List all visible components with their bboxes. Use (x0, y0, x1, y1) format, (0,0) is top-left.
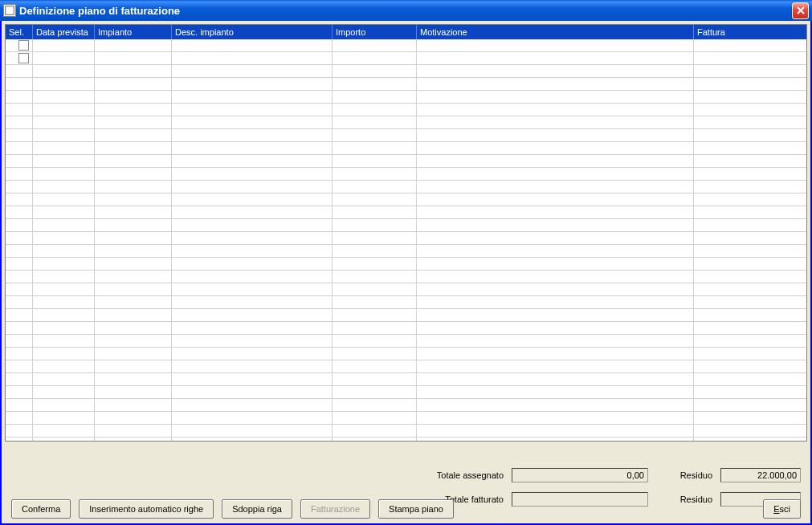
cell-sel[interactable] (6, 309, 33, 321)
cell-sel[interactable] (6, 129, 33, 141)
cell-impianto[interactable] (95, 283, 172, 295)
cell-motivazione[interactable] (417, 232, 694, 244)
cell-motivazione[interactable] (417, 193, 694, 206)
cell-desc_impianto[interactable] (172, 155, 333, 167)
table-row[interactable] (6, 245, 806, 258)
cell-motivazione[interactable] (417, 181, 694, 193)
table-row[interactable] (6, 142, 806, 155)
cell-fattura[interactable] (694, 155, 797, 167)
cell-motivazione[interactable] (417, 373, 694, 385)
cell-fattura[interactable] (694, 65, 797, 77)
cell-importo[interactable] (333, 412, 417, 424)
cell-motivazione[interactable] (417, 412, 694, 424)
cell-fattura[interactable] (694, 219, 797, 231)
cell-importo[interactable] (333, 91, 417, 103)
cell-fattura[interactable] (694, 296, 797, 308)
cell-sel[interactable] (6, 438, 33, 441)
cell-impianto[interactable] (95, 386, 172, 398)
cell-motivazione[interactable] (417, 104, 694, 116)
cell-fattura[interactable] (694, 129, 797, 141)
table-row[interactable] (6, 425, 806, 438)
cell-desc_impianto[interactable] (172, 258, 333, 270)
cell-motivazione[interactable] (417, 348, 694, 360)
cell-sel[interactable] (6, 142, 33, 154)
cell-sel[interactable] (6, 168, 33, 180)
stampa-piano-button[interactable]: Stampa piano (378, 499, 454, 519)
cell-motivazione[interactable] (417, 309, 694, 321)
cell-importo[interactable] (333, 116, 417, 128)
cell-impianto[interactable] (95, 78, 172, 90)
table-row[interactable] (6, 116, 806, 129)
col-header-motivazione[interactable]: Motivazione (417, 25, 694, 39)
row-checkbox[interactable] (18, 40, 29, 51)
cell-impianto[interactable] (95, 348, 172, 360)
cell-importo[interactable] (333, 129, 417, 141)
cell-fattura[interactable] (694, 245, 797, 257)
cell-sel[interactable] (6, 348, 33, 360)
cell-data_prevista[interactable] (33, 219, 95, 231)
cell-data_prevista[interactable] (33, 271, 95, 283)
cell-fattura[interactable] (694, 232, 797, 244)
cell-impianto[interactable] (95, 258, 172, 270)
cell-fattura[interactable] (694, 104, 797, 116)
cell-impianto[interactable] (95, 219, 172, 231)
cell-impianto[interactable] (95, 91, 172, 103)
cell-impianto[interactable] (95, 155, 172, 167)
cell-importo[interactable] (333, 322, 417, 334)
cell-data_prevista[interactable] (33, 425, 95, 437)
cell-sel[interactable] (6, 335, 33, 347)
cell-fattura[interactable] (694, 348, 797, 360)
cell-desc_impianto[interactable] (172, 271, 333, 283)
col-header-impianto[interactable]: Impianto (95, 25, 172, 39)
cell-desc_impianto[interactable] (172, 232, 333, 244)
cell-data_prevista[interactable] (33, 412, 95, 424)
cell-motivazione[interactable] (417, 91, 694, 103)
table-row[interactable] (6, 232, 806, 245)
cell-motivazione[interactable] (417, 78, 694, 90)
cell-importo[interactable] (333, 168, 417, 180)
cell-motivazione[interactable] (417, 425, 694, 437)
cell-fattura[interactable] (694, 52, 797, 64)
cell-fattura[interactable] (694, 322, 797, 334)
cell-importo[interactable] (333, 52, 417, 64)
table-row[interactable] (6, 155, 806, 168)
cell-fattura[interactable] (694, 258, 797, 270)
cell-motivazione[interactable] (417, 142, 694, 154)
cell-sel[interactable] (6, 425, 33, 437)
cell-fattura[interactable] (694, 438, 797, 441)
cell-sel[interactable] (6, 78, 33, 90)
cell-data_prevista[interactable] (33, 335, 95, 347)
cell-importo[interactable] (333, 335, 417, 347)
cell-motivazione[interactable] (417, 283, 694, 295)
cell-sel[interactable] (6, 91, 33, 103)
cell-importo[interactable] (333, 386, 417, 398)
cell-desc_impianto[interactable] (172, 193, 333, 206)
cell-fattura[interactable] (694, 193, 797, 206)
cell-desc_impianto[interactable] (172, 386, 333, 398)
table-row[interactable] (6, 283, 806, 296)
cell-impianto[interactable] (95, 206, 172, 218)
table-row[interactable] (6, 386, 806, 399)
cell-importo[interactable] (333, 232, 417, 244)
table-row[interactable] (6, 335, 806, 348)
col-header-desc-impianto[interactable]: Desc. impianto (172, 25, 333, 39)
cell-data_prevista[interactable] (33, 399, 95, 411)
table-row[interactable] (6, 348, 806, 360)
cell-data_prevista[interactable] (33, 155, 95, 167)
cell-desc_impianto[interactable] (172, 348, 333, 360)
table-row[interactable] (6, 438, 806, 441)
cell-desc_impianto[interactable] (172, 116, 333, 128)
cell-importo[interactable] (333, 181, 417, 193)
cell-fattura[interactable] (694, 360, 797, 372)
table-row[interactable] (6, 181, 806, 193)
table-row[interactable] (6, 65, 806, 78)
cell-desc_impianto[interactable] (172, 399, 333, 411)
table-row[interactable] (6, 271, 806, 283)
cell-fattura[interactable] (694, 206, 797, 218)
cell-sel[interactable] (6, 193, 33, 206)
grid-body[interactable] (6, 39, 806, 441)
table-row[interactable] (6, 322, 806, 335)
cell-importo[interactable] (333, 348, 417, 360)
cell-sel[interactable] (6, 155, 33, 167)
cell-data_prevista[interactable] (33, 283, 95, 295)
